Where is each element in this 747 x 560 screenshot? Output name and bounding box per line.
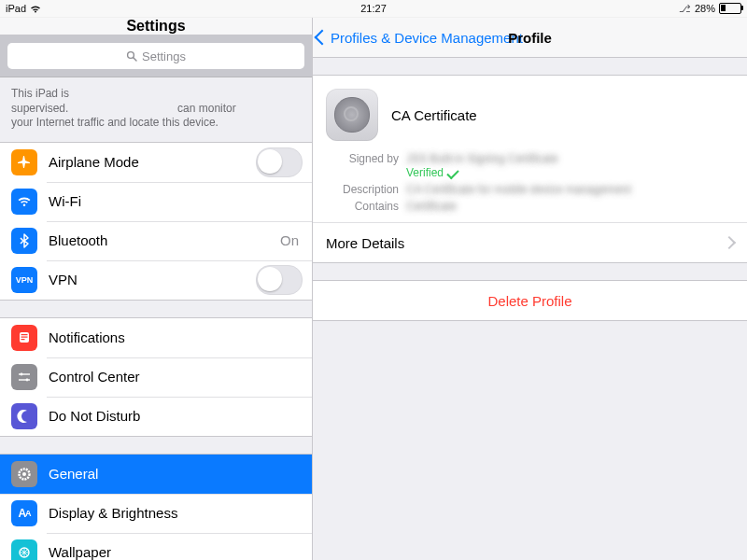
svg-rect-4 (21, 336, 28, 337)
back-button[interactable]: Profiles & Device Management (313, 30, 523, 46)
detail-pane: Profiles & Device Management Profile CA … (313, 18, 747, 560)
bluetooth-value: On (280, 232, 299, 248)
search-placeholder: Settings (142, 49, 186, 63)
vpn-toggle[interactable] (256, 265, 303, 295)
settings-sidebar: Settings Settings This iPad is supervise… (0, 18, 313, 560)
sidebar-item-vpn[interactable]: VPN VPN (0, 260, 312, 300)
battery-icon (719, 3, 741, 14)
bluetooth-icon: ⎇ (679, 3, 691, 15)
search-input[interactable]: Settings (7, 43, 304, 69)
signed-by-value: JSS Built-in Signing Certificate (406, 152, 558, 165)
profile-gear-icon (326, 89, 378, 141)
svg-rect-3 (21, 334, 28, 335)
checkmark-icon (446, 166, 458, 178)
airplane-icon (11, 149, 37, 175)
description-row: Description CA Certificate for mobile de… (313, 181, 747, 198)
notifications-icon (11, 325, 37, 351)
signed-by-row: Signed by JSS Built-in Signing Certifica… (313, 150, 747, 181)
wifi-icon (30, 5, 41, 13)
profile-card: CA Certificate Signed by JSS Built-in Si… (313, 75, 747, 263)
sidebar-item-dnd[interactable]: Do Not Disturb (0, 397, 312, 436)
bluetooth-settings-icon (11, 228, 37, 254)
detail-header: Profiles & Device Management Profile (313, 18, 747, 58)
display-icon: AA (11, 500, 37, 526)
airplane-toggle[interactable] (256, 147, 303, 177)
verified-badge: Verified (406, 166, 558, 179)
back-label: Profiles & Device Management (331, 30, 523, 46)
moon-icon (11, 403, 37, 429)
sidebar-item-control-center[interactable]: Control Center (0, 357, 312, 397)
device-name: iPad (6, 3, 26, 14)
supervised-notice: This iPad is supervised. can monitor you… (0, 77, 312, 142)
wallpaper-icon (11, 539, 37, 560)
gear-icon (11, 461, 37, 487)
search-icon (126, 50, 137, 62)
sidebar-item-bluetooth[interactable]: Bluetooth On (0, 221, 312, 260)
sidebar-item-wifi[interactable]: Wi-Fi (0, 182, 312, 221)
sidebar-item-notifications[interactable]: Notifications (0, 318, 312, 357)
sidebar-header: Settings (0, 18, 312, 35)
chevron-left-icon (315, 30, 331, 46)
delete-profile-button[interactable]: Delete Profile (313, 280, 747, 321)
sidebar-item-airplane[interactable]: Airplane Mode (0, 143, 312, 182)
svg-point-11 (22, 472, 26, 476)
status-bar: iPad 21:27 ⎇ 28% (0, 0, 747, 18)
clock: 21:27 (360, 3, 387, 14)
more-details-button[interactable]: More Details (313, 222, 747, 262)
sidebar-item-wallpaper[interactable]: Wallpaper (0, 533, 312, 560)
battery-pct: 28% (695, 3, 715, 14)
description-value: CA Certificate for mobile device managem… (406, 183, 631, 196)
profile-name: CA Certificate (391, 107, 477, 123)
svg-line-1 (134, 58, 136, 61)
sidebar-item-general[interactable]: General (0, 455, 312, 494)
svg-rect-5 (21, 339, 25, 340)
vpn-icon: VPN (11, 267, 37, 293)
sidebar-item-display[interactable]: AA Display & Brightness (0, 494, 312, 533)
contains-value: Certificate (406, 200, 457, 213)
sidebar-title: Settings (126, 18, 185, 35)
contains-row: Contains Certificate (313, 198, 747, 222)
chevron-right-icon (723, 236, 736, 249)
wifi-settings-icon (11, 189, 37, 215)
detail-title: Profile (508, 30, 552, 46)
control-center-icon (11, 364, 37, 390)
